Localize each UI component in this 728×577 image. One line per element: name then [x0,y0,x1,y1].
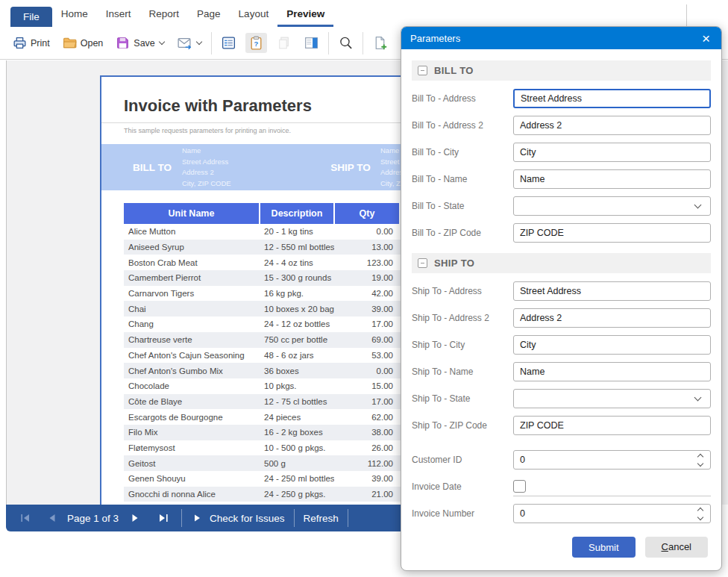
invoice-date-checkbox[interactable] [513,480,526,493]
toolbar-separator [211,32,212,54]
cell-description: 24 - 4 oz tins [260,255,334,270]
cell-description: 24 pieces [260,409,334,425]
collapse-icon[interactable] [418,66,427,75]
open-label: Open [81,38,104,49]
ship-to-label: SHIP TO [330,161,371,174]
chevron-down-icon[interactable] [697,460,703,466]
cell-description: 16 - 2 kg boxes [260,425,334,440]
section-header-ship-to[interactable]: SHIP TO [412,253,711,273]
expander-triangle-icon [191,512,203,524]
ship-to-name-input[interactable] [513,362,711,381]
cell-qty: 0.00 [334,363,400,378]
invoice-date-field [513,477,711,496]
bill-to-address-input[interactable] [513,89,711,108]
invoice-number-input[interactable] [514,505,698,523]
param-row-ship-address: Ship To - Address [412,281,711,301]
submit-button[interactable]: Submit [572,537,635,558]
cell-unit-name: Aniseed Syrup [124,240,260,255]
bill-to-name-input[interactable] [513,169,711,189]
param-row-ship-city: Ship To - City [412,335,711,355]
nav-separator [294,509,295,527]
bill-to-city-input[interactable] [513,143,711,162]
check-for-issues-button[interactable]: Check for Issues [191,512,285,524]
zoom-icon [338,35,354,51]
cell-description: 500 g [260,455,334,471]
bill-to-state-select[interactable] [513,196,711,216]
parameters-panel-button[interactable] [218,33,239,53]
ship-to-address2-input[interactable] [513,308,711,328]
chevron-down-icon [694,394,702,402]
tab-report[interactable]: Report [140,0,189,27]
column-header-unit-name: Unit Name [124,203,260,224]
cell-unit-name: Chartreuse verte [124,332,260,348]
param-row-bill-zip: Bill To - ZIP Code [412,223,711,243]
save-icon [115,35,131,51]
param-label: Bill To - ZIP Code [412,228,513,238]
param-label: Ship To - City [412,340,513,350]
customer-id-input[interactable] [514,451,698,469]
cell-qty: 39.00 [334,471,400,487]
dialog-header[interactable]: Parameters × [401,27,721,49]
print-button[interactable]: Print [9,33,53,53]
ship-to-zip-input[interactable] [513,416,711,435]
param-row-bill-address: Bill To - Address [412,89,711,108]
tab-insert[interactable]: Insert [97,0,140,27]
tab-home[interactable]: Home [52,0,97,27]
param-row-invoice-number: Invoice Number [412,504,711,523]
chevron-up-icon[interactable] [697,507,703,513]
save-button[interactable]: Save [112,33,168,53]
open-folder-icon [62,35,78,51]
open-button[interactable]: Open [59,33,107,53]
bill-to-address2-input[interactable] [513,116,711,135]
print-label: Print [31,38,50,49]
param-label: Ship To - State [412,393,513,404]
first-page-button[interactable] [16,509,34,527]
report-parameters-button[interactable]: ? [245,33,267,53]
cell-unit-name: Côte de Blaye [124,394,260,410]
cell-description: 10 - 500 g pkgs. [260,440,334,456]
param-row-invoice-date: Invoice Date [412,477,711,496]
dialog-title: Parameters [410,33,700,44]
cell-description: 20 - 1 kg tins [260,224,334,240]
add-page-button[interactable] [369,33,391,53]
check-for-issues-label: Check for Issues [210,513,285,524]
tab-page[interactable]: Page [188,0,230,27]
zoom-button[interactable] [335,33,357,53]
invoice-number-spinner[interactable] [698,508,710,520]
next-page-button[interactable] [126,509,144,527]
report-parameters-icon: ? [248,35,264,51]
email-button[interactable] [174,33,205,53]
cell-unit-name: Genen Shouyu [124,471,260,487]
refresh-button[interactable]: Refresh [304,513,339,524]
email-dropdown-chevron-icon[interactable] [196,39,202,45]
tab-preview[interactable]: Preview [277,0,333,27]
cell-qty: 21.00 [334,487,400,502]
cell-qty: 26.00 [334,440,400,456]
section-header-bill-to[interactable]: BILL TO [412,60,711,81]
dialog-body: BILL TO Bill To - Address Bill To - Addr… [401,49,721,558]
toolbar-separator [363,32,363,54]
sidebar-panel-button[interactable] [301,33,322,53]
previous-page-button[interactable] [43,509,61,527]
chevron-up-icon[interactable] [697,453,703,459]
param-row-bill-name: Bill To - Name [412,169,711,189]
close-icon[interactable]: × [700,31,712,46]
tab-file[interactable]: File [10,7,52,27]
chevron-down-icon[interactable] [697,514,703,520]
cell-unit-name: Filo Mix [124,425,260,440]
ship-to-state-select[interactable] [513,389,711,408]
save-dropdown-chevron-icon[interactable] [159,39,165,45]
cell-qty: 39.00 [334,301,400,316]
ship-to-city-input[interactable] [513,335,711,355]
cancel-button[interactable]: Cancel [645,537,708,558]
bill-to-zip-input[interactable] [513,223,711,243]
sidebar-panel-icon [304,35,319,51]
bill-to-lines: NameStreet AddressAddress 2City, ZIP COD… [182,146,286,189]
collapse-icon[interactable] [418,258,427,268]
tab-layout[interactable]: Layout [230,0,278,27]
cell-unit-name: Carnarvon Tigers [124,286,260,302]
ship-to-address-input[interactable] [513,281,711,301]
last-page-button[interactable] [154,509,172,527]
customer-id-spinner[interactable] [698,455,710,466]
cell-qty: 13.00 [334,240,400,255]
